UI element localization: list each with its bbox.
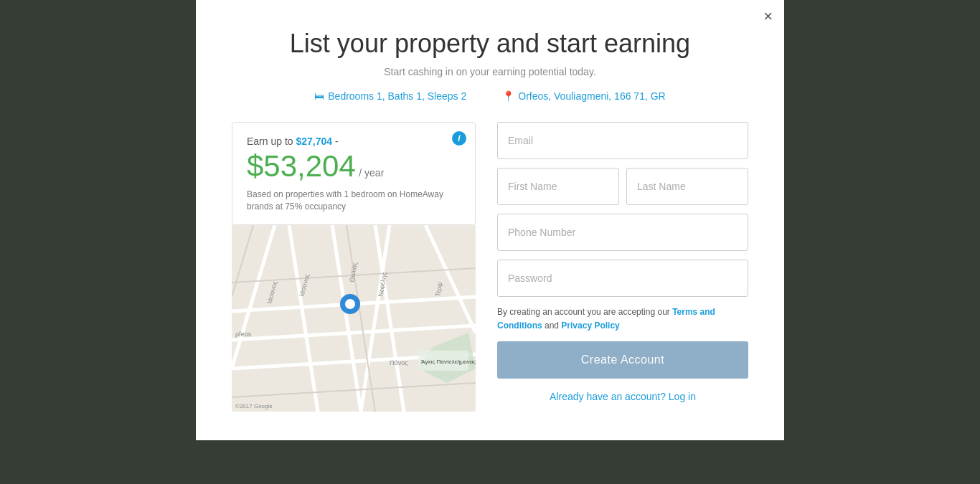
svg-text:©2017 Google: ©2017 Google [235, 403, 273, 409]
login-anchor[interactable]: Already have an account? Log in [550, 391, 696, 402]
modal-overlay: × List your property and start earning S… [0, 0, 980, 484]
earn-note: Based on properties with 1 bedroom on Ho… [247, 189, 461, 213]
earnings-card: i Earn up to $27,704 - $53,204 / year Ba… [232, 122, 476, 225]
svg-text:Πάνος: Πάνος [390, 359, 408, 366]
location-icon [502, 90, 514, 102]
email-field[interactable] [497, 122, 748, 159]
left-panel: i Earn up to $27,704 - $53,204 / year Ba… [232, 122, 476, 412]
last-name-field[interactable] [626, 168, 748, 205]
svg-point-25 [345, 299, 355, 309]
right-panel: By creating an account you are accepting… [497, 122, 748, 412]
phone-field[interactable] [497, 214, 748, 251]
property-info-row: Bedrooms 1, Baths 1, Sleeps 2 Orfeos, Vo… [232, 90, 748, 102]
password-field[interactable] [497, 260, 748, 297]
name-row [497, 168, 748, 205]
modal-dialog: × List your property and start earning S… [196, 0, 784, 440]
bed-icon [314, 90, 324, 102]
privacy-link[interactable]: Privacy Policy [561, 321, 619, 331]
page-title: List your property and start earning [232, 29, 748, 59]
first-name-field[interactable] [497, 168, 619, 205]
earn-main-amount: $53,204 / year [247, 150, 461, 183]
svg-text:Άγιος Παντελεήμονας: Άγιος Παντελεήμονας [421, 359, 476, 365]
map-container: Άγιος Παντελεήμονας Ιάσονος Ιάσονος Θαλί… [232, 225, 476, 412]
close-button[interactable]: × [763, 9, 773, 24]
modal-body: i Earn up to $27,704 - $53,204 / year Ba… [232, 122, 748, 412]
bedrooms-link[interactable]: Bedrooms 1, Baths 1, Sleeps 2 [314, 90, 466, 102]
earn-prefix-text: Earn up to $27,704 - [247, 136, 461, 147]
svg-text:ρfeos: ρfeos [235, 331, 252, 338]
modal-subtitle: Start cashing in on your earning potenti… [232, 66, 748, 77]
info-icon[interactable]: i [452, 131, 466, 146]
map-svg: Άγιος Παντελεήμονας Ιάσονος Ιάσονος Θαλί… [232, 225, 476, 412]
create-account-button[interactable]: Create Account [497, 341, 748, 379]
login-link: Already have an account? Log in [497, 390, 748, 403]
terms-text: By creating an account you are accepting… [497, 305, 748, 333]
location-link[interactable]: Orfeos, Vouliagmeni, 166 71, GR [502, 90, 665, 102]
